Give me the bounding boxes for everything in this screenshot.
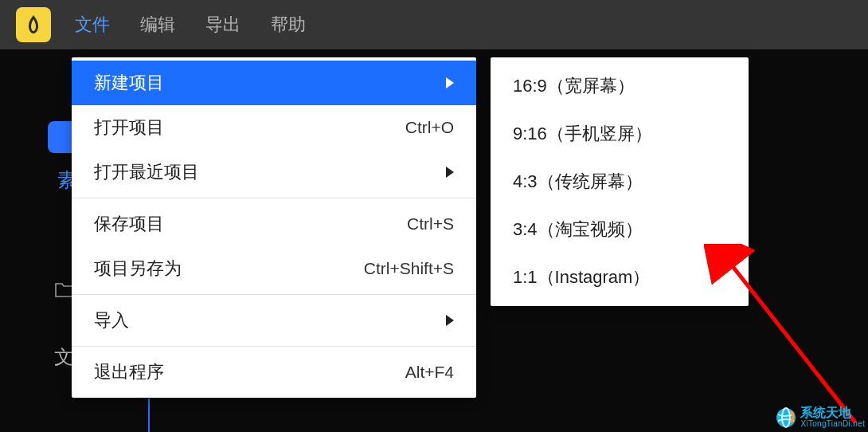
menu-help[interactable]: 帮助	[271, 13, 306, 37]
menu-edit[interactable]: 编辑	[140, 13, 175, 37]
shortcut-label: Ctrl+S	[407, 214, 454, 234]
shortcut-label: Alt+F4	[405, 363, 454, 382]
ratio-3-4[interactable]: 3:4（淘宝视频）	[491, 206, 749, 253]
menu-label: 打开最近项目	[94, 160, 199, 184]
globe-icon	[775, 406, 797, 429]
new-project-submenu: 16:9（宽屏幕） 9:16（手机竖屏） 4:3（传统屏幕） 3:4（淘宝视频）…	[491, 57, 749, 306]
watermark-title: 系统天地	[800, 406, 865, 420]
menu-label: 保存项目	[94, 212, 164, 236]
sidebar-text-label: 文	[54, 344, 73, 370]
menu-export[interactable]: 导出	[205, 13, 240, 37]
file-dropdown-menu: 新建项目 打开项目 Ctrl+O 打开最近项目 保存项目 Ctrl+S 项目另存…	[72, 57, 476, 398]
menu-label: 项目另存为	[94, 257, 182, 281]
menu-save-as[interactable]: 项目另存为 Ctrl+Shift+S	[72, 246, 476, 291]
shortcut-label: Ctrl+O	[405, 118, 454, 137]
ratio-4-3[interactable]: 4:3（传统屏幕）	[491, 158, 749, 206]
app-logo	[16, 7, 51, 42]
menu-label: 打开项目	[94, 116, 164, 139]
ratio-9-16[interactable]: 9:16（手机竖屏）	[491, 110, 749, 158]
menu-import[interactable]: 导入	[72, 298, 476, 343]
sidebar-tab-active[interactable]	[48, 121, 72, 153]
menu-separator	[72, 294, 476, 295]
submenu-arrow-icon	[446, 315, 454, 326]
menu-exit[interactable]: 退出程序 Alt+F4	[72, 350, 476, 395]
menu-label: 退出程序	[94, 360, 164, 384]
submenu-arrow-icon	[446, 77, 454, 88]
shortcut-label: Ctrl+Shift+S	[364, 259, 454, 278]
menu-save-project[interactable]: 保存项目 Ctrl+S	[72, 202, 476, 246]
watermark-url: XiTongTianDi.net	[800, 420, 865, 429]
menu-new-project[interactable]: 新建项目	[72, 61, 476, 105]
menu-separator	[72, 198, 476, 198]
ratio-16-9[interactable]: 16:9（宽屏幕）	[491, 62, 749, 110]
ratio-1-1[interactable]: 1:1（Instagram）	[491, 253, 749, 301]
watermark: 系统天地 XiTongTianDi.net	[775, 406, 865, 429]
menu-open-project[interactable]: 打开项目 Ctrl+O	[72, 105, 476, 150]
menu-label: 新建项目	[94, 71, 164, 95]
menu-open-recent[interactable]: 打开最近项目	[72, 150, 476, 194]
submenu-arrow-icon	[446, 167, 454, 178]
top-menubar: 文件 编辑 导出 帮助	[0, 0, 868, 49]
menu-file[interactable]: 文件	[75, 13, 110, 37]
timeline-playhead	[148, 399, 150, 432]
menu-separator	[72, 346, 476, 347]
menu-label: 导入	[94, 308, 129, 332]
menubar: 文件 编辑 导出 帮助	[75, 13, 306, 37]
